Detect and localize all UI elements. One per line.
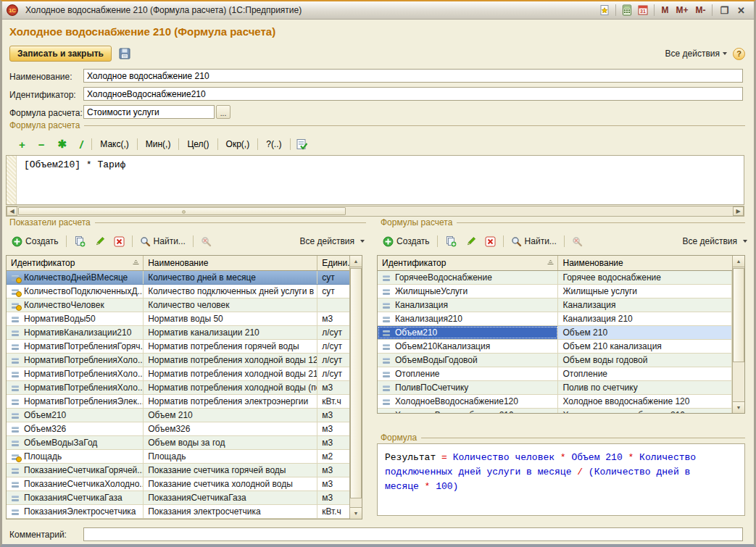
function-button[interactable]: Макс(,) [94,139,135,149]
edit-button[interactable] [91,235,109,249]
favorites-icon[interactable] [597,3,612,17]
scroll-up-icon[interactable]: ▲ [733,256,744,267]
column-header-identifier[interactable]: Идентификатор [378,256,558,270]
indicator-icon [11,370,20,378]
column-header-unit[interactable]: Едини... [317,256,349,270]
table-row[interactable]: ПоказаниеСчетчикаХолодно...Показание сче… [7,477,349,491]
table-row[interactable]: ЖилищныеУслугиЖилищные услуги [378,285,732,298]
table-row[interactable]: ОбъемВодыЗаГодОбъем воды за годм3 [7,436,349,450]
indicator-icon [382,370,391,378]
close-button[interactable]: ✕ [733,5,749,16]
table-row[interactable]: ПоказаниеСчетчикаГорячей...Показание сче… [7,464,349,477]
table-row[interactable]: ХолодноеВодоснабжение210Холодное водосна… [378,409,732,413]
find-button[interactable]: Найти... [507,235,560,249]
unit-cell: м3 [317,312,349,325]
column-header-name[interactable]: Наименование [144,256,317,270]
operator-button[interactable]: − [32,138,51,151]
table-row[interactable]: Объем326Объем326м3 [7,422,349,436]
function-button[interactable]: ?(..) [260,139,287,149]
clear-find-button[interactable] [568,235,586,249]
table-row[interactable]: КоличествоПодключенныхД...Количество под… [7,285,349,298]
operator-button[interactable]: / [73,138,89,151]
indicators-all-actions-button[interactable]: Все действия [300,236,365,246]
table-row[interactable]: ПоказанияСчетчикаГазаПоказанияСчетчикаГа… [7,491,349,505]
scroll-down-icon[interactable]: ▼ [733,401,744,413]
table-row[interactable]: ОтоплениеОтопление [378,367,732,381]
scroll-down-icon[interactable]: ▼ [350,507,362,519]
group-line [95,222,366,223]
scroll-left-icon[interactable]: ◀ [7,206,17,216]
table-row[interactable]: НормативВоды50Норматив воды 50м3 [7,312,349,326]
edit-button[interactable] [462,235,480,249]
save-icon[interactable] [116,46,133,62]
formula-type-choose-button[interactable]: ... [216,105,230,119]
formula-type-input[interactable] [83,105,215,119]
table-row[interactable]: ПоказанияЭлектросчетчикаПоказания электр… [7,505,349,519]
scroll-right-icon[interactable]: ▶ [733,206,744,216]
name-cell: Горячее водоснабжение [558,271,732,284]
operator-button[interactable]: + [12,138,32,151]
unit-cell: сут [317,271,349,284]
table-row[interactable]: ПлощадьПлощадьм2 [7,450,349,464]
formula-horizontal-scrollbar[interactable]: ◀ ▶ [6,206,744,217]
table-row[interactable]: КоличествоДнейВМесяцеКоличество дней в м… [7,271,349,285]
table-row[interactable]: НормативПотребленияГоряч...Норматив потр… [7,340,349,354]
formulas-table-body: ГорячееВодоснабжениеГорячее водоснабжени… [378,271,732,413]
maximize-button[interactable]: ❐ [715,5,733,16]
copy-button[interactable] [70,234,89,249]
find-button[interactable]: Найти... [136,235,189,249]
calendar-icon[interactable]: 31 [635,3,651,17]
group-line [421,438,745,438]
table-row[interactable]: ХолодноеВводоснабжение120Холодное вводос… [378,395,732,409]
create-label: Создать [396,236,430,246]
table-row[interactable]: Объем210Объем 210 [378,326,732,340]
formulas-all-actions-button[interactable]: Все действия [683,236,747,246]
identifier-input[interactable] [83,87,743,101]
function-button[interactable]: Мин(,) [140,139,177,149]
copy-button[interactable] [441,234,460,249]
table-row[interactable]: Объем210КанализацияОбъем 210 канализация [378,340,732,354]
comment-input[interactable] [83,527,743,541]
create-button[interactable]: Создать [8,235,62,249]
function-button[interactable]: Окр(,) [220,139,256,149]
table-row[interactable]: КоличествоЧеловекКоличество человек [7,298,349,312]
table-row[interactable]: НормативПотребленияХоло...Норматив потре… [7,354,349,367]
create-button[interactable]: Создать [379,235,433,249]
delete-button[interactable] [481,235,499,249]
table-row[interactable]: ПоливПоСчетчикуПолив по счетчику [378,381,732,395]
table-row[interactable]: Канализация210Канализация 210 [378,312,732,326]
scrollbar-thumb[interactable] [733,268,744,362]
calculator-icon[interactable] [619,3,635,17]
save-and-close-button[interactable]: Записать и закрыть [9,46,112,62]
scrollbar-thumb[interactable] [350,268,362,498]
function-button[interactable]: Цел() [181,139,215,149]
name-input[interactable] [83,69,743,83]
help-button[interactable]: ? [733,48,745,60]
partial-row[interactable]: ХолодноеВодоснабжение210Холодное водосна… [378,409,732,413]
memory-m-minus-button[interactable]: M- [691,5,709,15]
operator-button[interactable]: ✱ [51,138,74,151]
formula-text-area[interactable]: [Объем210] * Тариф [6,155,744,205]
table-row[interactable]: НормативПотребленияХоло...Норматив потре… [7,381,349,395]
table-row[interactable]: ГорячееВодоснабжениеГорячее водоснабжени… [378,271,732,285]
scroll-up-icon[interactable]: ▲ [350,256,362,267]
table-row[interactable]: НормативПотребленияЭлек...Норматив потре… [7,395,349,409]
table-row[interactable]: Объем210Объем 210м3 [7,409,349,422]
1c-logo-icon: 1С [7,4,18,16]
all-actions-button[interactable]: Все действия [665,49,727,59]
column-header-name[interactable]: Наименование [558,256,732,270]
column-header-identifier[interactable]: Идентификатор [7,256,144,270]
table-row[interactable]: НормативПотребленияХоло...Норматив потре… [7,367,349,381]
scrollbar-thumb[interactable] [18,207,346,215]
memory-m-plus-button[interactable]: M+ [672,5,691,15]
memory-m-button[interactable]: M [657,5,672,15]
formulas-vertical-scrollbar[interactable]: ▲ ▼ [732,256,744,413]
table-row[interactable]: КанализацияКанализация [378,298,732,312]
check-formula-icon[interactable] [293,136,310,152]
table-row[interactable]: НормативКанализации210Норматив канализац… [7,326,349,340]
delete-button[interactable] [110,235,128,249]
table-row[interactable]: ОбъемВодыГодовойОбъем воды годовой [378,354,732,367]
clear-find-button[interactable] [197,235,215,249]
name-cell: Объем 210 [144,409,317,422]
indicators-vertical-scrollbar[interactable]: ▲ ▼ [349,256,362,519]
